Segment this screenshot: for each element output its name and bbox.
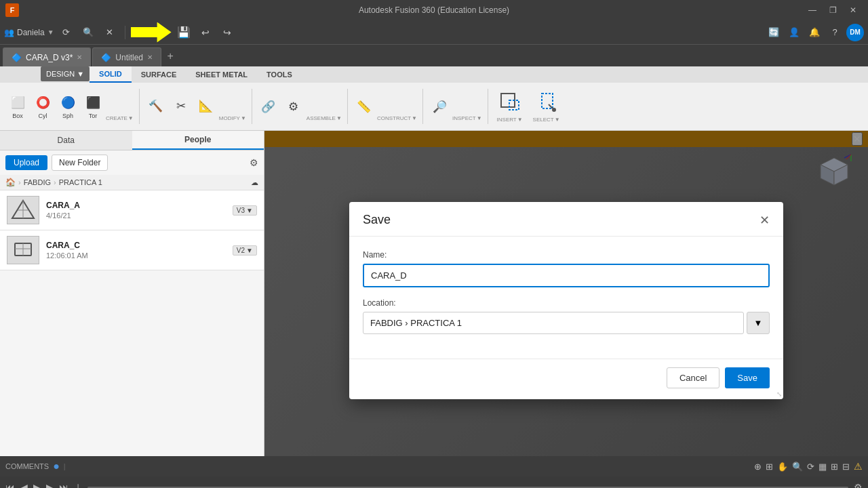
create-group-label: CREATE ▼ <box>106 115 134 121</box>
pan-icon[interactable]: ✋ <box>777 462 788 472</box>
minimize-button[interactable]: — <box>803 3 822 18</box>
modal-close-button[interactable]: ✕ <box>760 213 770 228</box>
file-version-cara-c[interactable]: V2▼ <box>233 245 257 256</box>
account-button[interactable]: 👤 <box>785 24 803 41</box>
notification-button[interactable]: 🔔 <box>806 24 823 41</box>
panel-tab-people[interactable]: People <box>132 131 264 150</box>
file-version-cara-a[interactable]: V3▼ <box>233 205 257 216</box>
new-folder-button[interactable]: New Folder <box>52 155 108 171</box>
file-item-cara-c[interactable]: CARA_C 12:06:01 AM V2▼ <box>0 230 264 270</box>
ribbon-select-button[interactable]: SELECT▼ <box>529 87 564 126</box>
assemble-group-label: ASSEMBLE▼ <box>307 115 342 121</box>
restore-button[interactable]: ❐ <box>823 3 842 18</box>
ribbon-tab-tools[interactable]: TOOLS <box>257 66 302 83</box>
ribbon-inspect-1[interactable]: 🔎 <box>427 89 452 124</box>
grid-icon[interactable]: ⊞ <box>766 462 773 472</box>
save-button-modal[interactable]: Save <box>725 367 770 388</box>
left-panel: Data People Upload New Folder ⚙ 🏠 › FABD… <box>0 131 264 456</box>
undo-button[interactable]: ↩ <box>196 23 215 42</box>
title-bar: F Autodesk Fusion 360 (Education License… <box>0 0 868 20</box>
grid2-icon[interactable]: ⊞ <box>831 462 838 472</box>
location-row: ▼ <box>363 312 770 334</box>
title-bar-left: F <box>5 3 19 17</box>
redo-button[interactable]: ↪ <box>218 23 237 42</box>
people-icon: 👥 <box>4 28 14 37</box>
main-toolbar: 👥 Daniela ▼ ⟳ 🔍 ✕ 💾 ↩ ↪ 🔄 👤 🔔 ? DM <box>0 20 868 45</box>
name-label: Name: <box>363 250 770 260</box>
ribbon-create-cylinder[interactable]: ⭕ Cyl <box>31 89 55 124</box>
ribbon-modify-3[interactable]: 📐 <box>194 89 218 124</box>
ribbon-create-box[interactable]: ⬜ Box <box>5 89 30 124</box>
separator <box>125 26 125 39</box>
sync-button[interactable]: 🔄 <box>765 24 783 41</box>
next-frame-button[interactable]: ▶ <box>46 482 54 488</box>
zoom-icon[interactable]: 🔍 <box>792 462 803 472</box>
home-icon[interactable]: 🏠 <box>5 178 16 187</box>
modify2-icon: ✂ <box>172 97 190 115</box>
help-button[interactable]: ? <box>826 24 844 41</box>
orbit-icon[interactable]: ⟳ <box>807 462 814 472</box>
tab-cara-d[interactable]: 🔷 CARA_D v3* ✕ <box>3 47 91 66</box>
name-input[interactable] <box>363 264 770 287</box>
close-panel-button[interactable]: ✕ <box>100 23 119 42</box>
ribbon-modify-2[interactable]: ✂ <box>169 89 193 124</box>
ribbon-construct-1[interactable]: 📏 <box>352 89 376 124</box>
location-input[interactable] <box>363 312 744 334</box>
ribbon-create-torus[interactable]: ⬛ Tor <box>81 89 105 124</box>
last-frame-button[interactable]: ⏭ <box>59 482 68 488</box>
ribbon-content: ⬜ Box ⭕ Cyl 🔵 Sph ⬛ Tor CREATE ▼ <box>0 83 868 130</box>
new-tab-button[interactable]: + <box>163 49 178 64</box>
resize-handle[interactable]: ⤡ <box>776 390 782 398</box>
file-name-cara-a: CARA_A <box>46 201 226 210</box>
ribbon-tab-solid[interactable]: SOLID <box>90 66 132 83</box>
snap-icon[interactable]: ⊟ <box>842 462 850 472</box>
ribbon-assemble-1[interactable]: 🔗 <box>256 89 281 124</box>
first-frame-button[interactable]: ⏮ <box>5 482 15 488</box>
ribbon-assemble-group: 🔗 ⚙ ASSEMBLE▼ <box>256 89 348 124</box>
playback-bar: ⏮ ◀ ▶ ▶ ⏭ ⊥ ⚙ <box>0 476 868 488</box>
ribbon-create-group: ⬜ Box ⭕ Cyl 🔵 Sph ⬛ Tor CREATE ▼ <box>5 89 140 124</box>
save-button[interactable]: 💾 <box>174 23 193 42</box>
tab-untitled-close[interactable]: ✕ <box>147 54 153 61</box>
close-button[interactable]: ✕ <box>844 3 863 18</box>
cancel-button[interactable]: Cancel <box>667 367 719 388</box>
prev-frame-button[interactable]: ◀ <box>20 482 28 488</box>
file-info-cara-a: CARA_A 4/16/21 <box>46 201 226 220</box>
tab-untitled[interactable]: 🔷 Untitled ✕ <box>92 47 161 66</box>
modal-footer: Cancel Save <box>349 359 783 399</box>
ribbon-tab-sheet-metal[interactable]: SHEET METAL <box>186 66 257 83</box>
file-date-cara-c: 12:06:01 AM <box>46 251 226 260</box>
file-date-cara-a: 4/16/21 <box>46 211 226 220</box>
breadcrumb-fabdig[interactable]: FABDIG <box>24 178 51 186</box>
panel-tabs: Data People <box>0 131 264 150</box>
breadcrumb-practica[interactable]: PRACTICA 1 <box>59 178 102 186</box>
filter-icon[interactable]: ⊥ <box>74 482 82 488</box>
play-button[interactable]: ▶ <box>33 482 41 488</box>
warning-icon: ⚠ <box>854 461 863 472</box>
timeline-settings-button[interactable]: ⚙ <box>854 482 863 488</box>
ribbon-create-sphere[interactable]: 🔵 Sph <box>56 89 80 124</box>
transform-icon[interactable]: ⊕ <box>754 462 762 472</box>
refresh-button[interactable]: ⟳ <box>57 23 76 42</box>
settings-button[interactable]: ⚙ <box>250 157 258 168</box>
ribbon-assemble-2[interactable]: ⚙ <box>281 89 306 124</box>
panel-tab-data[interactable]: Data <box>0 131 132 150</box>
location-dropdown-button[interactable]: ▼ <box>747 312 770 334</box>
location-label: Location: <box>363 298 770 308</box>
ribbon-insert-button[interactable]: INSERT▼ <box>492 87 528 126</box>
design-dropdown-button[interactable]: DESIGN ▼ <box>41 66 90 81</box>
app-logo: F <box>5 3 19 17</box>
tab-close-icon[interactable]: ✕ <box>77 54 82 61</box>
display-mode-icon[interactable]: ▦ <box>818 462 827 472</box>
file-item-cara-a[interactable]: CARA_A 4/16/21 V3▼ <box>0 190 264 230</box>
ribbon-modify-group: 🔨 ✂ 📐 MODIFY▼ <box>144 89 252 124</box>
search-button[interactable]: 🔍 <box>79 23 98 42</box>
name-field-group: Name: <box>363 250 770 287</box>
assemble2-icon: ⚙ <box>285 98 302 115</box>
assemble1-icon: 🔗 <box>260 98 277 115</box>
ribbon-modify-1[interactable]: 🔨 <box>144 89 168 124</box>
cloud-icon: ☁ <box>251 178 258 187</box>
ribbon-tab-surface[interactable]: SURFACE <box>132 66 186 83</box>
user-avatar[interactable]: DM <box>846 24 864 41</box>
upload-button[interactable]: Upload <box>5 155 47 170</box>
